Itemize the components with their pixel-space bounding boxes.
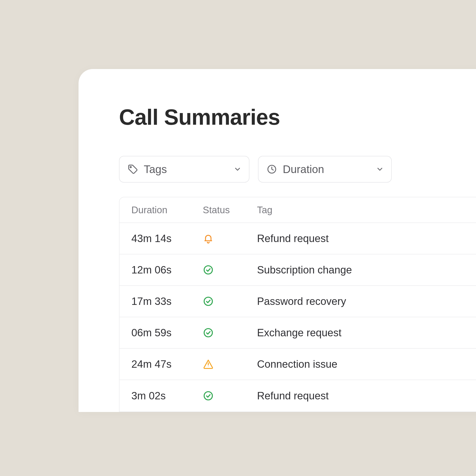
svg-point-7 bbox=[204, 392, 213, 400]
svg-point-4 bbox=[204, 329, 213, 337]
page-title: Call Summaries bbox=[119, 105, 476, 130]
cell-duration: 24m 47s bbox=[131, 358, 203, 370]
cell-tag: Refund request bbox=[257, 390, 476, 402]
col-header-duration[interactable]: Duration bbox=[131, 205, 203, 215]
table-row[interactable]: 06m 59s Exchange request bbox=[119, 317, 476, 349]
clock-icon bbox=[267, 164, 277, 174]
cell-duration: 3m 02s bbox=[131, 390, 203, 402]
cell-status bbox=[203, 233, 257, 244]
svg-point-3 bbox=[204, 297, 213, 306]
duration-filter[interactable]: Duration bbox=[258, 156, 392, 183]
check-circle-icon bbox=[203, 327, 214, 338]
call-table: Duration Status Tag 43m 14s Refund reque… bbox=[119, 197, 476, 412]
cell-status bbox=[203, 390, 257, 401]
svg-point-2 bbox=[204, 266, 213, 274]
table-header-row: Duration Status Tag bbox=[119, 197, 476, 223]
cell-status bbox=[203, 327, 257, 338]
tags-filter[interactable]: Tags bbox=[119, 156, 249, 183]
check-circle-icon bbox=[203, 296, 214, 307]
alert-triangle-icon bbox=[203, 359, 214, 370]
filter-bar: Tags Duration bbox=[119, 156, 476, 183]
chevron-down-icon bbox=[233, 165, 242, 173]
table-row[interactable]: 17m 33s Password recovery bbox=[119, 286, 476, 317]
cell-tag: Refund request bbox=[257, 233, 476, 244]
col-header-status[interactable]: Status bbox=[203, 205, 257, 215]
table-row[interactable]: 12m 06s Subscription change bbox=[119, 255, 476, 286]
bell-icon bbox=[203, 233, 214, 244]
cell-tag: Exchange request bbox=[257, 327, 476, 339]
col-header-tag[interactable]: Tag bbox=[257, 205, 476, 215]
cell-duration: 43m 14s bbox=[131, 233, 203, 244]
cell-duration: 06m 59s bbox=[131, 327, 203, 339]
cell-tag: Subscription change bbox=[257, 264, 476, 276]
cell-tag: Connection issue bbox=[257, 358, 476, 370]
tags-filter-label: Tags bbox=[144, 163, 227, 176]
cell-status bbox=[203, 296, 257, 307]
cell-status bbox=[203, 264, 257, 275]
table-row[interactable]: 3m 02s Refund request bbox=[119, 380, 476, 411]
check-circle-icon bbox=[203, 390, 214, 401]
call-summaries-card: Call Summaries Tags Duration bbox=[79, 69, 476, 412]
svg-point-6 bbox=[208, 366, 208, 367]
check-circle-icon bbox=[203, 264, 214, 275]
cell-tag: Password recovery bbox=[257, 295, 476, 307]
cell-duration: 17m 33s bbox=[131, 295, 203, 307]
svg-point-0 bbox=[130, 167, 131, 168]
tag-icon bbox=[128, 164, 138, 174]
chevron-down-icon bbox=[375, 165, 384, 173]
table-row[interactable]: 24m 47s Connection issue bbox=[119, 349, 476, 380]
table-row[interactable]: 43m 14s Refund request bbox=[119, 223, 476, 255]
cell-duration: 12m 06s bbox=[131, 264, 203, 276]
duration-filter-label: Duration bbox=[283, 163, 370, 176]
cell-status bbox=[203, 359, 257, 370]
